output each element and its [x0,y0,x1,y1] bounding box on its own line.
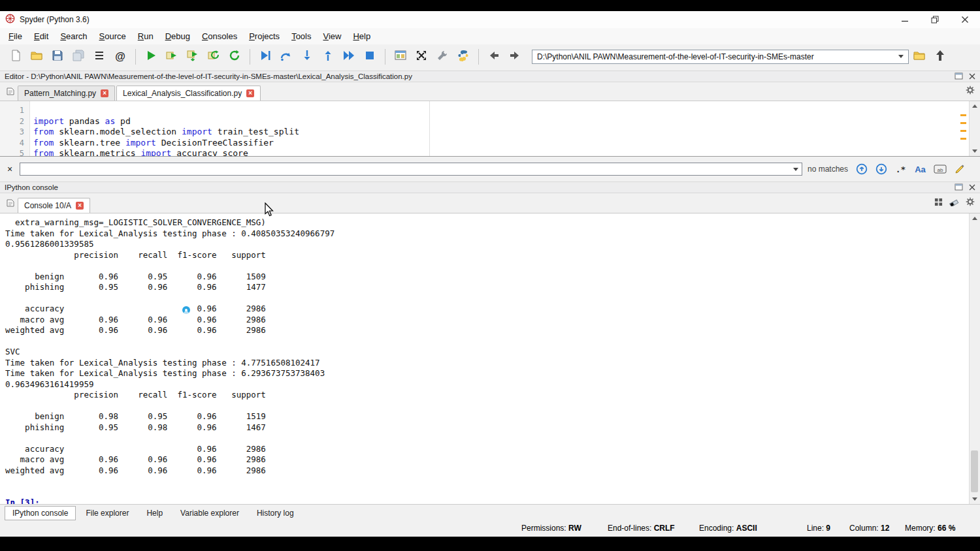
scroll-up-icon[interactable] [972,217,977,220]
scrollbar-thumb[interactable] [971,450,978,492]
menu-item-projects[interactable]: Projects [243,29,286,43]
code-line: from sklearn.metrics import accuracy_sco… [33,148,299,157]
editor-tab-pattern-matching[interactable]: Pattern_Matching.py × [18,86,115,101]
scroll-down-icon[interactable] [972,150,977,153]
step-button[interactable] [276,47,297,67]
parent-directory-button[interactable] [930,47,951,67]
layout-button[interactable] [390,47,411,67]
toolbar-separator [135,49,136,65]
editor-content[interactable]: 12345 import pandas as pdfrom sklearn.mo… [0,101,980,157]
find-previous-button[interactable] [853,162,870,176]
rerun-cell-button[interactable] [203,47,224,67]
open-file-button[interactable] [26,47,47,67]
preferences-button[interactable] [432,47,453,67]
console-options-button[interactable] [966,197,975,209]
scroll-down-icon[interactable] [972,497,977,501]
editor-code[interactable]: import pandas as pdfrom sklearn.model_se… [33,105,299,157]
save-all-button[interactable] [68,47,89,67]
menu-item-consoles[interactable]: Consoles [196,29,243,43]
back-button[interactable] [483,47,504,67]
run-cell-advance-icon [186,49,199,65]
symbol-finder-button[interactable]: @ [110,47,131,67]
menu-item-view[interactable]: View [317,29,347,43]
debug-button[interactable] [255,47,276,67]
new-file-button[interactable] [5,47,26,67]
menu-item-source[interactable]: Source [93,29,132,43]
whole-word-button[interactable]: ab [932,162,948,176]
menu-item-run[interactable]: Run [132,29,159,43]
bottom-tab-file-explorer[interactable]: File explorer [78,506,137,520]
file-switcher-button[interactable] [89,47,110,67]
tab-label: Console 10/A [24,201,71,210]
run-icon [144,49,157,65]
status-bar: Permissions: RWEnd-of-lines: CRLFEncodin… [0,521,980,537]
browse-directory-button[interactable] [909,47,930,67]
editor-options-button[interactable] [966,86,975,97]
menu-item-help[interactable]: Help [347,29,376,43]
pythonpath-button[interactable] [453,47,474,67]
toolbar-separator [250,49,250,65]
console-content[interactable]: extra_warning_msg=_LOGISTIC_SOLVER_CONVE… [0,213,980,504]
regex-toggle-button[interactable]: .* [892,162,909,176]
browse-tabs-button[interactable] [3,198,18,208]
run-button[interactable] [140,47,161,67]
menu-item-tools[interactable]: Tools [286,29,317,43]
editor-pane-title: Editor - D:\Python\ANIL PAWN\Measurement… [5,72,412,80]
save-button[interactable] [47,47,68,67]
new-file-icon [9,49,22,65]
clear-console-button[interactable] [949,197,959,209]
inspect-button[interactable] [934,197,943,209]
maximize-pane-button[interactable] [411,47,432,67]
bottom-tab-variable-explorer[interactable]: Variable explorer [172,506,247,520]
browse-tabs-button[interactable] [3,87,18,96]
undock-pane-button[interactable] [955,181,963,193]
run-selection-button[interactable] [224,47,245,67]
editor-tab-lexical-analysis[interactable]: Lexical_Analysis_Classification.py × [116,86,261,101]
minimize-button[interactable] [890,11,920,28]
step-return-button[interactable] [318,47,338,67]
step-over-icon [280,49,293,65]
spyder-logo-icon [5,14,15,26]
menu-item-debug[interactable]: Debug [159,29,196,43]
find-next-button[interactable] [873,162,889,176]
menu-bar: FileEditSearchSourceRunDebugConsolesProj… [0,28,980,44]
bottom-tab-help[interactable]: Help [139,506,171,520]
step-into-icon [301,49,314,65]
close-pane-button[interactable] [969,181,975,193]
status-line: Line: 9 [807,524,830,533]
close-tab-icon[interactable]: × [76,202,84,210]
menu-item-edit[interactable]: Edit [28,29,54,43]
python-icon [457,49,470,65]
search-input[interactable] [20,163,802,176]
close-tab-icon[interactable]: × [101,89,108,97]
bottom-tab-history-log[interactable]: History log [249,506,302,520]
stop-debug-button[interactable] [359,47,380,67]
menu-item-file[interactable]: File [3,29,28,43]
menu-item-search[interactable]: Search [54,29,93,43]
main-toolbar: @ D:\Python\ANIL PAWN\Measurement-of-the… [0,44,980,69]
spyder-window: Spyder (Python 3.6) FileEditSearchSource… [0,11,980,537]
undock-pane-button[interactable] [955,71,963,82]
run-cell-button[interactable] [161,47,182,67]
close-tab-icon[interactable]: × [246,89,254,97]
bottom-tab-ipython-console[interactable]: IPython console [5,506,76,520]
continue-button[interactable] [338,47,359,67]
console-output[interactable]: extra_warning_msg=_LOGISTIC_SOLVER_CONVE… [5,217,335,487]
close-find-button[interactable]: × [5,165,14,174]
whole-word-icon: ab [937,167,943,173]
forward-button[interactable] [504,47,525,67]
highlight-matches-button[interactable] [951,162,968,176]
run-cell-advance-button[interactable] [182,47,203,67]
line-number: 2 [0,116,24,127]
working-directory-combobox[interactable]: D:\Python\ANIL PAWN\Measurement-of-the-l… [532,50,909,64]
status-encoding: Encoding: ASCII [699,524,757,533]
close-button[interactable] [950,11,980,28]
case-sensitive-button[interactable]: Aa [912,162,928,176]
scroll-up-icon[interactable] [972,104,977,108]
editor-scrollbar[interactable] [969,101,980,156]
step-into-button[interactable] [297,47,318,67]
console-tab-bar: Console 10/A × [0,193,980,213]
close-pane-button[interactable] [969,71,975,82]
restore-button[interactable] [920,11,950,28]
console-tab[interactable]: Console 10/A × [18,198,90,213]
